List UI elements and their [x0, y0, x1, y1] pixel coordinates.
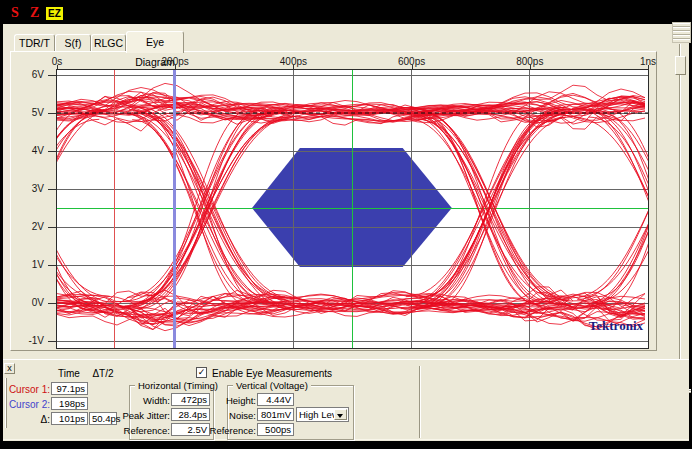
- width-label: Width:: [143, 395, 170, 406]
- cursor2-time-field[interactable]: 198ps: [51, 397, 88, 410]
- width-field[interactable]: 472ps: [171, 393, 210, 406]
- y-tick-mark: [48, 227, 56, 228]
- vertical-slider-thumb[interactable]: [675, 56, 686, 75]
- x-tick-mark: [175, 65, 176, 69]
- vertical-voltage-title: Vertical (Voltage): [233, 380, 311, 391]
- peak-jitter-label: Peak Jitter:: [122, 410, 170, 421]
- tab-s-f[interactable]: S(f): [55, 34, 91, 52]
- panel-drag-grip[interactable]: [5, 378, 7, 428]
- y-tick-mark: [48, 151, 56, 152]
- peak-jitter-field[interactable]: 28.4ps: [171, 408, 210, 421]
- height-field[interactable]: 4.44V: [257, 393, 294, 406]
- y-tick-mark: [48, 265, 56, 266]
- x-tick-mark: [412, 65, 413, 69]
- y-tick-label: 6V: [16, 69, 44, 80]
- cursor2-label: Cursor 2:: [9, 399, 50, 410]
- app-icon-s[interactable]: S: [11, 5, 19, 21]
- x-tick-mark: [293, 65, 294, 69]
- height-label: Height:: [226, 395, 256, 406]
- y-tick-label: 5V: [16, 107, 44, 118]
- horizontal-timing-title: Horizontal (Timing): [135, 380, 221, 391]
- noise-label: Noise:: [229, 410, 256, 421]
- vertical-reference-field[interactable]: 500ps: [257, 423, 294, 436]
- horizontal-reference-field[interactable]: 2.5V: [171, 423, 210, 436]
- tab-rlgc[interactable]: RLGC: [91, 34, 126, 52]
- eye-diagram-plot[interactable]: Tektronix: [56, 69, 649, 349]
- y-tick-label: 0V: [16, 297, 44, 308]
- horizontal-reference-label: Reference:: [124, 425, 170, 436]
- y-tick-mark: [48, 75, 56, 76]
- delta-dt2-field[interactable]: 50.4ps: [89, 412, 117, 425]
- delta-time-field[interactable]: 101ps: [51, 412, 88, 425]
- y-tick-mark: [48, 303, 56, 304]
- noise-field[interactable]: 801mV: [257, 408, 294, 421]
- tab-tdr-t[interactable]: TDR/T: [14, 34, 55, 52]
- app-window: S Z EZ TDR/T S(f) RLGC Eye Diagram Tektr…: [0, 0, 692, 449]
- y-tick-mark: [48, 341, 56, 342]
- y-tick-mark: [48, 113, 56, 114]
- app-icon-z[interactable]: Z: [30, 5, 39, 21]
- y-tick-label: -1V: [16, 335, 44, 346]
- eye-diagram-canvas[interactable]: Tektronix: [57, 70, 648, 348]
- delta-label: Δ:: [41, 414, 50, 425]
- panel-separator: [419, 366, 421, 438]
- dt2-column-header: ΔT/2: [81, 368, 125, 379]
- y-tick-label: 2V: [16, 221, 44, 232]
- y-tick-label: 1V: [16, 259, 44, 270]
- cursor1-time-field[interactable]: 97.1ps: [51, 382, 88, 395]
- close-panel-button[interactable]: x: [4, 363, 15, 374]
- noise-level-select[interactable]: High Level: [296, 407, 349, 422]
- enable-eye-measurements-checkbox[interactable]: [196, 367, 207, 378]
- y-tick-label: 4V: [16, 145, 44, 156]
- y-tick-mark: [48, 189, 56, 190]
- x-tick-mark: [57, 65, 58, 69]
- titlebar: S Z EZ: [3, 2, 689, 24]
- combo-dropdown-arrow-icon[interactable]: [334, 409, 347, 420]
- enable-eye-measurements-label: Enable Eye Measurements: [212, 368, 332, 379]
- x-tick-mark: [530, 65, 531, 69]
- y-tick-label: 3V: [16, 183, 44, 194]
- tab-eye-diagram[interactable]: Eye Diagram: [126, 31, 184, 53]
- tektronix-logo: Tektronix: [589, 318, 644, 333]
- app-icon-ez[interactable]: EZ: [46, 7, 63, 20]
- splitter-grip-top[interactable]: [672, 22, 691, 43]
- vertical-slider-track[interactable]: [679, 44, 681, 382]
- cursor1-label: Cursor 1:: [9, 384, 50, 395]
- x-tick-mark: [648, 65, 649, 69]
- vertical-reference-label: Reference:: [210, 425, 256, 436]
